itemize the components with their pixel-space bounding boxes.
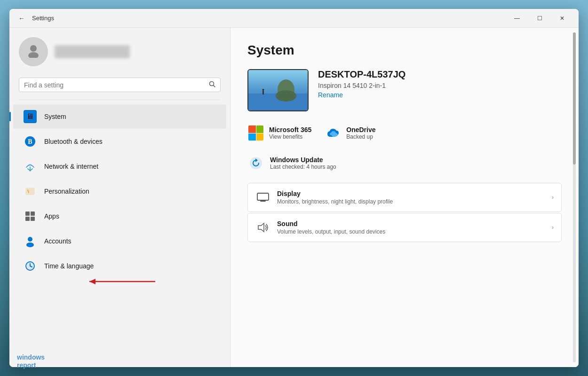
ms365-sub: View benefits: [269, 133, 311, 140]
svg-point-22: [276, 90, 296, 102]
sidebar-item-personalization-label: Personalization: [44, 188, 89, 195]
svg-point-13: [28, 237, 32, 242]
sound-title: Sound: [277, 220, 545, 227]
sound-sub: Volume levels, output, input, sound devi…: [277, 228, 545, 235]
svg-point-6: [30, 170, 31, 172]
ms365-text: Microsoft 365 View benefits: [269, 126, 311, 140]
onedrive-title: OneDrive: [346, 126, 375, 133]
windows-update-icon: [247, 155, 264, 172]
quick-links: Microsoft 365 View benefits OneDrive Bac…: [247, 125, 562, 141]
page-title: System: [247, 43, 562, 58]
display-chevron-icon: ›: [552, 194, 554, 201]
main-area: System B Bluetooth & devices: [9, 28, 579, 367]
sidebar-item-accounts[interactable]: Accounts: [13, 229, 226, 253]
rename-link[interactable]: Rename: [318, 91, 405, 99]
svg-line-3: [214, 86, 215, 87]
maximize-button[interactable]: ☐: [529, 11, 550, 26]
personalization-icon: [23, 184, 38, 199]
ms365-icon: [247, 125, 264, 141]
onedrive-sub: Backed up: [346, 133, 375, 140]
sidebar-item-time-label: Time & language: [44, 262, 94, 270]
svg-rect-27: [257, 193, 269, 200]
search-icon: [209, 81, 215, 89]
avatar: [19, 37, 48, 66]
svg-rect-12: [31, 217, 35, 221]
sound-setting-row[interactable]: Sound Volume levels, output, input, soun…: [247, 213, 562, 242]
device-name: DESKTOP-4L537JQ: [318, 69, 405, 80]
svg-rect-23: [262, 91, 264, 94]
back-button[interactable]: ←: [15, 12, 28, 25]
sidebar-item-personalization[interactable]: Personalization: [13, 179, 226, 204]
settings-window: ← Settings — ☐ ✕: [9, 9, 579, 367]
display-text: Display Monitors, brightness, night ligh…: [277, 190, 545, 205]
content-area: System: [230, 28, 579, 367]
device-image-inner: [248, 70, 308, 110]
system-icon: [23, 109, 38, 124]
display-title: Display: [277, 190, 545, 197]
bluetooth-icon: B: [23, 134, 38, 149]
user-icon: [26, 43, 41, 61]
sidebar-item-system-label: System: [44, 113, 66, 120]
sidebar-item-apps[interactable]: Apps: [13, 204, 226, 228]
onedrive-text: OneDrive Backed up: [346, 126, 375, 140]
sidebar-divider: [19, 100, 221, 100]
apps-icon: [23, 209, 38, 224]
device-model: Inspiron 14 5410 2-in-1: [318, 82, 405, 89]
onedrive-link[interactable]: OneDrive Backed up: [325, 125, 375, 141]
ms365-link[interactable]: Microsoft 365 View benefits: [247, 125, 311, 141]
svg-rect-7: [26, 188, 34, 195]
minimize-button[interactable]: —: [506, 11, 528, 26]
scrollbar-thumb[interactable]: [573, 32, 576, 164]
svg-text:B: B: [28, 138, 32, 145]
svg-point-0: [30, 45, 37, 52]
ms365-title: Microsoft 365: [269, 126, 311, 133]
sidebar-item-bluetooth-label: Bluetooth & devices: [44, 138, 103, 145]
device-card: DESKTOP-4L537JQ Inspiron 14 5410 2-in-1 …: [247, 69, 562, 111]
scrollbar-track[interactable]: [573, 32, 576, 362]
svg-rect-11: [25, 217, 30, 221]
sound-text: Sound Volume levels, output, input, soun…: [277, 220, 545, 235]
network-icon: [23, 159, 38, 174]
sidebar-item-network[interactable]: Network & internet: [13, 154, 226, 179]
sound-icon: [255, 220, 270, 235]
sound-chevron-icon: ›: [552, 224, 554, 231]
user-profile[interactable]: [9, 28, 230, 74]
svg-point-24: [262, 89, 264, 91]
search-container: [9, 74, 230, 100]
window-controls: — ☐ ✕: [506, 11, 573, 26]
device-image: [247, 69, 309, 111]
search-box[interactable]: [19, 78, 221, 92]
username-blurred: [55, 45, 130, 58]
svg-point-14: [26, 243, 34, 247]
close-button[interactable]: ✕: [551, 11, 573, 26]
sidebar-item-accounts-label: Accounts: [44, 237, 72, 245]
accounts-icon: [23, 234, 38, 249]
windows-update-text: Windows Update Last checked: 4 hours ago: [270, 156, 336, 170]
nav-items: System B Bluetooth & devices: [9, 104, 230, 367]
windows-update-title: Windows Update: [270, 156, 336, 164]
sidebar-item-network-label: Network & internet: [44, 163, 98, 170]
time-icon: [23, 258, 38, 274]
sidebar: System B Bluetooth & devices: [9, 28, 230, 367]
search-input[interactable]: [24, 81, 205, 89]
display-icon: [255, 190, 270, 205]
titlebar: ← Settings — ☐ ✕: [9, 9, 579, 28]
display-setting-row[interactable]: Display Monitors, brightness, night ligh…: [247, 183, 562, 212]
setting-rows: Display Monitors, brightness, night ligh…: [247, 183, 562, 242]
svg-point-1: [28, 52, 39, 58]
windows-update-sub: Last checked: 4 hours ago: [270, 164, 336, 170]
titlebar-title: Settings: [32, 15, 54, 22]
sidebar-item-time[interactable]: Time & language: [13, 254, 226, 278]
svg-marker-30: [258, 223, 264, 232]
svg-rect-10: [31, 212, 35, 216]
sidebar-item-bluetooth[interactable]: B Bluetooth & devices: [13, 129, 226, 154]
onedrive-icon: [325, 125, 342, 141]
windows-update-card[interactable]: Windows Update Last checked: 4 hours ago: [247, 155, 562, 172]
device-info: DESKTOP-4L537JQ Inspiron 14 5410 2-in-1 …: [318, 69, 405, 99]
svg-rect-9: [25, 212, 30, 216]
display-sub: Monitors, brightness, night light, displ…: [277, 198, 545, 205]
sidebar-item-system[interactable]: System: [13, 104, 226, 129]
sidebar-item-apps-label: Apps: [44, 212, 59, 220]
